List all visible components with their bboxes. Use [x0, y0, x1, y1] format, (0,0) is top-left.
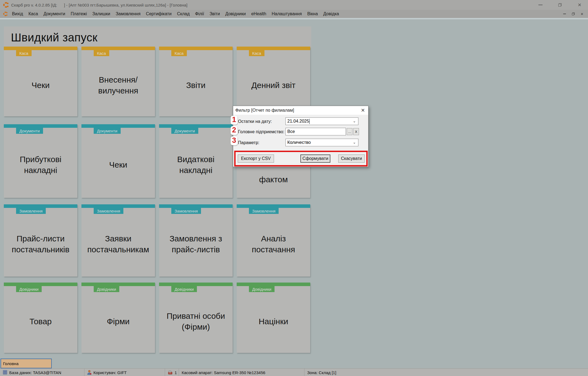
mdi-minimize-icon[interactable] [562, 12, 567, 16]
tile-category-tab: Довідники [171, 286, 197, 292]
menu-item-filii[interactable]: Філії [192, 11, 207, 17]
tile-label: Видаткові накладні [161, 134, 230, 196]
tile-order-analiz[interactable]: Замовлення Аналіз постачання [237, 204, 310, 277]
status-user-text: Користувач: GIFT [93, 370, 127, 375]
page-title: Швидкий запуск [11, 31, 98, 44]
export-csv-button[interactable]: Експорт у CSV [238, 154, 274, 163]
database-icon [3, 370, 7, 375]
annotation-number-2: 2 [231, 126, 237, 135]
status-database-text: База даних: TASA3@TITAN [9, 370, 61, 375]
menu-item-vikna[interactable]: Вікна [304, 11, 321, 17]
tile-category-bar [159, 124, 233, 128]
menu-item-zalyshky[interactable]: Залишки [90, 11, 113, 17]
dialog-close-icon[interactable]: ✕ [361, 107, 365, 113]
date-combobox[interactable]: 21.04.2025 ⌄ [285, 117, 358, 125]
tile-category-bar [237, 283, 310, 286]
menu-item-ehealth[interactable]: eHealth [248, 11, 269, 17]
title-bar: Скарб pro v. 4.0.2.85 [ІД: ] - [Апт №003… [0, 0, 588, 10]
tile-category-bar [159, 283, 233, 286]
tile-order-zaiavky[interactable]: Замовлення Заявки постачальникам [81, 204, 155, 277]
status-user: Користувач: GIFT [84, 369, 165, 376]
tile-doc-vydatkovi[interactable]: Документи Видаткові накладні [159, 124, 233, 198]
tile-kasa-cheky[interactable]: Каса Чеки [4, 47, 77, 116]
tile-category-tab: Замовлення [249, 208, 279, 214]
dialog-title-bar[interactable]: Фильтр [Отчет по филиалам] ✕ [233, 106, 368, 115]
cancel-button[interactable]: Скасувати [338, 154, 365, 163]
menu-item-dovidnyky[interactable]: Довідники [223, 11, 248, 17]
menu-item-sertyfikaty[interactable]: Сертифікати [143, 11, 174, 17]
parameter-combobox[interactable]: Количество ⌄ [285, 139, 358, 146]
close-icon[interactable]: ✕ [576, 1, 583, 8]
status-register-count: 1 [165, 369, 179, 376]
menu-items: Вихід Каса Документи Платежі Залишки Зам… [9, 11, 342, 17]
tile-category-bar [159, 204, 233, 208]
date-value: 21.04.2025 [287, 119, 309, 124]
menu-item-zvity[interactable]: Звіти [207, 11, 223, 17]
menu-item-dovidka[interactable]: Довідка [321, 11, 342, 17]
app-window: { "window": { "title": "Скарб pro v. 4.0… [0, 0, 588, 376]
menu-bar: Вихід Каса Документи Платежі Залишки Зам… [0, 10, 588, 18]
menu-item-kasa[interactable]: Каса [26, 11, 41, 17]
clear-button[interactable]: X [353, 128, 359, 135]
tile-label: Фірми [84, 292, 153, 351]
menu-item-nalashtuvannia[interactable]: Налаштування [269, 11, 305, 17]
tab-holovna[interactable]: Головна [1, 359, 52, 368]
tile-ref-natsinky[interactable]: Довідники Націнки [237, 283, 310, 353]
tile-category-bar [4, 204, 77, 208]
tile-category-bar [4, 124, 77, 128]
field-label-parametr: Параметр: [238, 140, 259, 145]
menu-item-sklad[interactable]: Склад [174, 11, 192, 17]
mdi-restore-icon[interactable] [571, 12, 575, 16]
minimize-icon[interactable] [537, 1, 544, 8]
user-icon [87, 370, 92, 375]
tile-category-bar [237, 47, 310, 50]
tile-category-bar [159, 47, 233, 50]
tile-ref-firmy[interactable]: Довідники Фірми [81, 283, 155, 353]
tile-category-tab: Довідники [249, 286, 275, 292]
chevron-down-icon[interactable]: ⌄ [353, 140, 356, 144]
tile-category-bar [81, 283, 155, 286]
enterprise-input[interactable]: Все [285, 128, 346, 135]
tile-category-tab: Каса [249, 50, 264, 56]
app-logo-icon-small [3, 12, 8, 16]
tile-kasa-vnesennia[interactable]: Каса Внесення/вилучення [81, 47, 155, 116]
app-logo-icon [3, 2, 9, 8]
tile-label: Чеки [84, 134, 153, 196]
menu-item-zamovlennia[interactable]: Замовлення [113, 11, 143, 17]
menu-item-vyhid[interactable]: Вихід [9, 11, 26, 17]
tile-category-tab: Документи [16, 128, 43, 134]
chevron-down-icon[interactable]: ⌄ [353, 119, 356, 123]
tile-kasa-zvity[interactable]: Каса Звіти [159, 47, 233, 116]
tile-category-bar [81, 204, 155, 208]
tile-ref-tovar[interactable]: Довідники Товар [4, 283, 77, 353]
tile-order-z-price-lists[interactable]: Замовлення Замовлення з прайс-листів [159, 204, 233, 277]
mdi-close-icon[interactable]: ✕ [580, 12, 584, 16]
tile-label: Товар [6, 292, 75, 351]
tile-category-bar [4, 47, 77, 50]
annotation-number-1: 1 [231, 116, 237, 125]
cash-register-icon [168, 370, 173, 375]
enterprise-value: Все [287, 129, 295, 134]
browse-button[interactable]: ... [347, 128, 352, 135]
tile-category-tab: Каса [16, 50, 32, 56]
tile-label: Звіти [161, 56, 230, 114]
menu-item-dokumenty[interactable]: Документи [41, 11, 68, 17]
tile-order-price-lists[interactable]: Замовлення Прайс-листи постачальників [4, 204, 77, 277]
menu-item-platezhi[interactable]: Платежі [68, 11, 90, 17]
tile-category-tab: Довідники [16, 286, 42, 292]
tile-label: Приватні особи (Фірми) [161, 292, 230, 351]
tile-doc-cheky[interactable]: Документи Чеки [81, 124, 155, 198]
restore-icon[interactable] [556, 1, 563, 8]
tile-category-tab: Каса [171, 50, 187, 56]
parameter-value: Количество [287, 140, 311, 145]
tile-doc-prybutkovi[interactable]: Документи Прибуткові накладні [4, 124, 77, 198]
tile-label: Аналіз постачання [239, 214, 308, 274]
tile-ref-pryvatni-osoby[interactable]: Довідники Приватні особи (Фірми) [159, 283, 233, 353]
field-label-ostatky: Остатки на дату: [238, 119, 272, 124]
status-bar: База даних: TASA3@TITAN Користувач: GIFT… [0, 368, 588, 376]
status-cash-device-text: Касовий апарат: Samsung ER-350 №123456 [182, 370, 265, 375]
quick-launch-panel: Швидкий запуск [4, 26, 311, 48]
generate-button[interactable]: Сформувати [300, 154, 330, 163]
filter-dialog: Фильтр [Отчет по филиалам] ✕ 1 Остатки н… [233, 106, 368, 167]
tile-category-bar [81, 124, 155, 128]
